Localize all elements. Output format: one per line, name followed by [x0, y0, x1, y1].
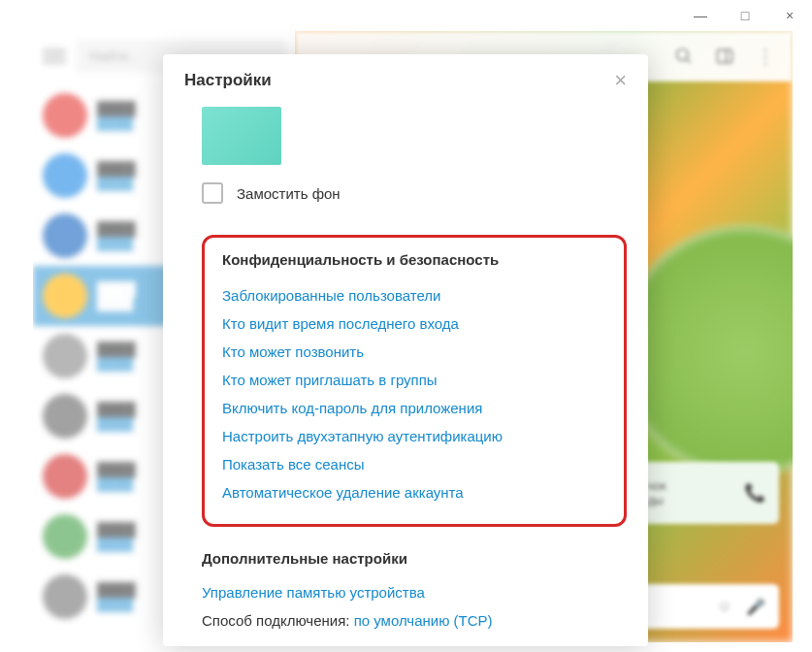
- storage-management-link[interactable]: Управление памятью устройства: [202, 578, 627, 606]
- call-panel[interactable]: чокды 📞: [633, 462, 779, 524]
- phone-icon[interactable]: 📞: [744, 482, 765, 504]
- avatar: [43, 274, 87, 318]
- window-minimize[interactable]: —: [678, 0, 723, 31]
- svg-rect-2: [718, 49, 732, 62]
- privacy-link-1[interactable]: Кто видит время последнего входа: [222, 310, 606, 338]
- svg-point-0: [677, 49, 689, 61]
- tile-background-checkbox[interactable]: [202, 182, 223, 204]
- avatar: [43, 334, 87, 378]
- call-label: чок: [647, 478, 744, 493]
- more-icon[interactable]: ⋮: [756, 45, 775, 68]
- close-icon[interactable]: ×: [614, 68, 627, 93]
- window-maximize[interactable]: □: [723, 0, 767, 31]
- tile-background-label: Замостить фон: [237, 185, 341, 202]
- mic-icon[interactable]: 🎤: [746, 598, 765, 616]
- call-sub: ды: [647, 493, 744, 507]
- privacy-link-2[interactable]: Кто может позвонить: [222, 338, 606, 366]
- privacy-link-7[interactable]: Автоматическое удаление аккаунта: [222, 478, 606, 506]
- search-icon[interactable]: [674, 47, 694, 66]
- avatar: [43, 153, 87, 198]
- privacy-link-4[interactable]: Включить код-пароль для приложения: [222, 394, 606, 422]
- settings-modal: Настройки × Замостить фон Конфиденциальн…: [163, 54, 648, 646]
- connection-type-row[interactable]: Способ подключения: по умолчанию (TCP): [202, 606, 627, 635]
- connection-value-link[interactable]: по умолчанию (TCP): [354, 612, 493, 629]
- window-close[interactable]: ×: [767, 0, 812, 31]
- avatar: [43, 93, 87, 138]
- privacy-section-title: Конфиденциальность и безопасность: [222, 251, 606, 268]
- modal-title: Настройки: [184, 71, 614, 90]
- privacy-link-6[interactable]: Показать все сеансы: [222, 450, 606, 478]
- avatar: [43, 514, 87, 559]
- privacy-section-highlight: Конфиденциальность и безопасность Заблок…: [202, 235, 627, 527]
- avatar: [43, 394, 87, 439]
- avatar: [43, 213, 87, 258]
- privacy-link-0[interactable]: Заблокированные пользователи: [222, 281, 606, 310]
- tile-background-row[interactable]: Замостить фон: [202, 182, 627, 204]
- menu-icon[interactable]: [43, 45, 66, 68]
- sidebar-icon[interactable]: [715, 47, 734, 66]
- privacy-link-3[interactable]: Кто может приглашать в группы: [222, 366, 606, 394]
- avatar: [43, 454, 87, 499]
- privacy-link-5[interactable]: Настроить двухэтапную аутентификацию: [222, 422, 606, 450]
- background-preview[interactable]: [202, 107, 281, 165]
- svg-line-1: [687, 59, 691, 63]
- avatar: [43, 574, 87, 619]
- emoji-icon[interactable]: ☺: [717, 598, 732, 615]
- advanced-section-title: Дополнительные настройки: [202, 550, 627, 567]
- connection-label: Способ подключения:: [202, 612, 354, 629]
